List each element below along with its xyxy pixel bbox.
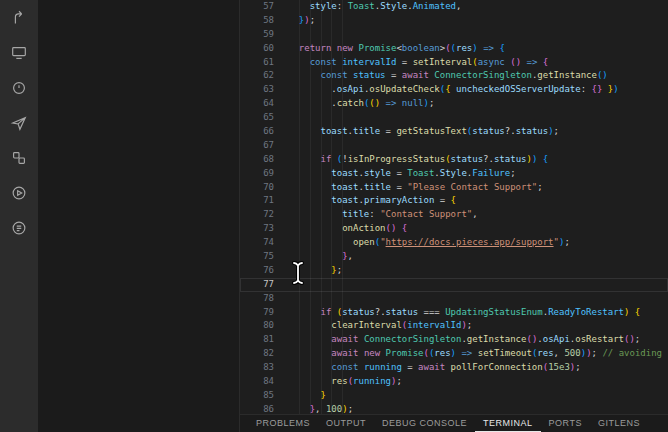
code-line[interactable]: 77 xyxy=(240,278,668,292)
components-icon[interactable] xyxy=(6,146,32,170)
panel-tab-terminal[interactable]: TERMINAL xyxy=(475,415,541,432)
indent-guide xyxy=(310,0,311,414)
send-icon[interactable] xyxy=(6,111,32,135)
remote-explorer-icon[interactable] xyxy=(6,41,32,65)
code-line[interactable]: 82 await new Promise((res) => setTimeout… xyxy=(240,347,668,361)
code-line[interactable]: 75 }, xyxy=(240,250,668,264)
code-line[interactable]: 58 }); xyxy=(240,14,668,28)
code-line[interactable]: 68 if (!isInProgressStatus(status?.statu… xyxy=(240,153,668,167)
record-icon[interactable] xyxy=(6,76,32,100)
line-number[interactable]: 67 xyxy=(240,139,288,153)
indent-guide xyxy=(342,0,343,414)
code-line[interactable]: 85 } xyxy=(240,389,668,403)
indent-guide xyxy=(321,0,322,414)
line-number[interactable]: 73 xyxy=(240,222,288,236)
line-number[interactable]: 80 xyxy=(240,319,288,333)
code-line[interactable]: 67 xyxy=(240,139,668,153)
line-number[interactable]: 62 xyxy=(240,69,288,83)
line-number[interactable]: 65 xyxy=(240,111,288,125)
code-line[interactable]: 57 style: Toast.Style.Animated, xyxy=(240,0,668,14)
editor[interactable]: 57 style: Toast.Style.Animated,58 });596… xyxy=(240,0,668,414)
line-number[interactable]: 66 xyxy=(240,125,288,139)
code-line[interactable]: 76 }; xyxy=(240,264,668,278)
vscode-window: 57 style: Toast.Style.Animated,58 });596… xyxy=(0,0,668,432)
editor-group: 57 style: Toast.Style.Animated,58 });596… xyxy=(240,0,668,432)
code-line[interactable]: 78 xyxy=(240,292,668,306)
line-number[interactable]: 69 xyxy=(240,167,288,181)
line-number[interactable]: 64 xyxy=(240,97,288,111)
line-number[interactable]: 74 xyxy=(240,236,288,250)
code-line[interactable]: 60 return new Promise<boolean>((res) => … xyxy=(240,42,668,56)
line-number[interactable]: 60 xyxy=(240,42,288,56)
panel-tab-output[interactable]: OUTPUT xyxy=(318,415,374,432)
line-number[interactable]: 77 xyxy=(240,278,288,292)
panel-tab-problems[interactable]: PROBLEMS xyxy=(248,415,318,432)
panel-tab-ports[interactable]: PORTS xyxy=(541,415,590,432)
list-circle-icon[interactable] xyxy=(6,216,32,240)
panel-tab-debug-console[interactable]: DEBUG CONSOLE xyxy=(374,415,475,432)
indent-guide xyxy=(331,0,332,414)
line-number[interactable]: 61 xyxy=(240,56,288,70)
code-line[interactable]: 64 .catch(() => null); xyxy=(240,97,668,111)
code-line[interactable]: 62 const status = await ConnectorSinglet… xyxy=(240,69,668,83)
panel-tabs: PROBLEMSOUTPUTDEBUG CONSOLETERMINALPORTS… xyxy=(240,414,668,432)
code-line[interactable]: 72 title: "Contact Support", xyxy=(240,208,668,222)
line-number[interactable]: 68 xyxy=(240,153,288,167)
line-number[interactable]: 86 xyxy=(240,403,288,414)
sidebar xyxy=(38,0,240,432)
activity-bar xyxy=(0,0,38,432)
line-number[interactable]: 71 xyxy=(240,194,288,208)
code-line[interactable]: 74 open("https://docs.pieces.app/support… xyxy=(240,236,668,250)
git-fork-icon[interactable] xyxy=(6,6,32,30)
code-line[interactable]: 71 toast.primaryAction = { xyxy=(240,194,668,208)
code-line[interactable]: 69 toast.style = Toast.Style.Failure; xyxy=(240,167,668,181)
code-line[interactable]: 73 onAction() { xyxy=(240,222,668,236)
code-line[interactable]: 83 const running = await pollForConnecti… xyxy=(240,361,668,375)
line-number[interactable]: 76 xyxy=(240,264,288,278)
code-line[interactable]: 84 res(running); xyxy=(240,375,668,389)
code-line[interactable]: 80 clearInterval(intervalId); xyxy=(240,319,668,333)
code-lines: 57 style: Toast.Style.Animated,58 });596… xyxy=(240,0,668,414)
code-line[interactable]: 66 toast.title = getStatusText(status?.s… xyxy=(240,125,668,139)
line-number[interactable]: 85 xyxy=(240,389,288,403)
line-number[interactable]: 59 xyxy=(240,28,288,42)
line-number[interactable]: 75 xyxy=(240,250,288,264)
line-number[interactable]: 63 xyxy=(240,83,288,97)
line-number[interactable]: 57 xyxy=(240,0,288,14)
code-line[interactable]: 86 }, 100); xyxy=(240,403,668,414)
line-number[interactable]: 84 xyxy=(240,375,288,389)
code-line[interactable]: 61 const intervalId = setInterval(async … xyxy=(240,56,668,70)
run-circle-icon[interactable] xyxy=(6,181,32,205)
code-line[interactable]: 70 toast.title = "Please Contact Support… xyxy=(240,181,668,195)
line-number[interactable]: 79 xyxy=(240,306,288,320)
indent-guide xyxy=(299,0,300,414)
line-number[interactable]: 82 xyxy=(240,347,288,361)
line-number[interactable]: 58 xyxy=(240,14,288,28)
code-line[interactable]: 81 await ConnectorSingleton.getInstance(… xyxy=(240,333,668,347)
code-line[interactable]: 65 xyxy=(240,111,668,125)
line-number[interactable]: 70 xyxy=(240,181,288,195)
code-line[interactable]: 63 .osApi.osUpdateCheck({ uncheckedOSSer… xyxy=(240,83,668,97)
line-number[interactable]: 78 xyxy=(240,292,288,306)
code-line[interactable]: 79 if (status?.status === UpdatingStatus… xyxy=(240,306,668,320)
panel-tab-gitlens[interactable]: GITLENS xyxy=(590,415,648,432)
line-number[interactable]: 81 xyxy=(240,333,288,347)
line-number[interactable]: 83 xyxy=(240,361,288,375)
code-line[interactable]: 59 xyxy=(240,28,668,42)
line-number[interactable]: 72 xyxy=(240,208,288,222)
